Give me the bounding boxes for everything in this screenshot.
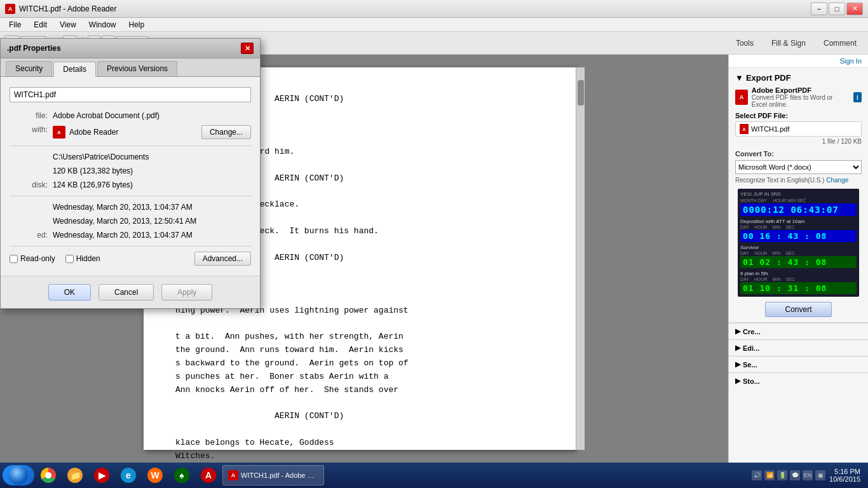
pdf-file-row[interactable]: A WITCH1.pdf xyxy=(735,121,862,137)
readonly-checkbox-item: Read-only xyxy=(10,254,55,263)
dialog-close-button[interactable]: ✕ xyxy=(241,43,254,54)
select-pdf-label: Select PDF File: xyxy=(735,112,862,119)
battery-icon[interactable]: 🔋 xyxy=(777,470,787,480)
menu-file[interactable]: File xyxy=(4,19,26,30)
ok-button[interactable]: OK xyxy=(48,284,91,301)
convert-to-select[interactable]: Microsoft Word (*.docx) xyxy=(735,160,862,174)
prop-value-file: Adobe Acrobat Document (.pdf) xyxy=(53,111,251,120)
prop-row-openswith: with: A Adobe Reader Change... xyxy=(10,125,251,139)
fill-sign-button[interactable]: Fill & Sign xyxy=(765,34,812,52)
language-icon[interactable]: EN xyxy=(803,470,813,480)
winamp-icon: W xyxy=(147,468,163,483)
system-tray: 🔊 📶 🔋 💬 EN ▣ 5:16 PM 10/6/2015 xyxy=(752,468,865,483)
convert-button[interactable]: Convert xyxy=(765,302,831,317)
prop-value-with: A Adobe Reader Change... xyxy=(53,125,251,139)
notification-icon[interactable]: 💬 xyxy=(790,470,800,480)
timer-row4-display: 01 10 : 31 : 08 xyxy=(740,282,857,294)
reader-name: Adobe Reader xyxy=(69,128,118,137)
taskbar-ie[interactable]: e xyxy=(116,465,141,485)
timer-row4-sub: DAYHOURMINSEC xyxy=(740,277,857,281)
tab-previous-versions[interactable]: Previous Versions xyxy=(97,61,177,76)
pdf-file-icon: A xyxy=(740,124,749,134)
prop-row-size: 120 KB (123,382 bytes) xyxy=(10,166,251,175)
timer-row2-sub: DAYHOURMINSEC xyxy=(740,225,857,229)
menu-window[interactable]: Window xyxy=(84,19,121,30)
timer-row3-label: Survivor xyxy=(740,245,857,250)
action-center-icon[interactable]: ▣ xyxy=(815,470,825,480)
export-pdf-title: ▼ Export PDF xyxy=(735,73,862,83)
hidden-label: Hidden xyxy=(76,254,100,263)
prop-row-created: Wednesday, March 20, 2013, 1:04:37 AM xyxy=(10,203,251,212)
taskbar-folder[interactable]: 📁 xyxy=(62,465,88,485)
sign-in-bar[interactable]: Sign In xyxy=(729,55,868,68)
taskbar-acrobat[interactable]: A xyxy=(196,465,221,485)
hidden-checkbox[interactable] xyxy=(65,255,74,263)
adobe-export-icon: A xyxy=(735,90,748,105)
prop-value-modified: Wednesday, March 20, 2013, 12:50:41 AM xyxy=(53,217,251,226)
volume-icon[interactable]: 🔊 xyxy=(752,470,762,480)
dialog-tabs: Security Details Previous Versions xyxy=(1,58,260,77)
send-section[interactable]: ▶ Se... xyxy=(729,356,868,372)
create-label: Cre... xyxy=(743,328,761,336)
tab-security[interactable]: Security xyxy=(6,61,52,76)
app-icon: A xyxy=(5,4,15,14)
taskbar-winamp[interactable]: W xyxy=(142,465,168,485)
start-button[interactable] xyxy=(3,465,34,485)
network-icon[interactable]: 📶 xyxy=(764,470,775,480)
change-button[interactable]: Change... xyxy=(201,125,251,139)
hidden-checkbox-item: Hidden xyxy=(65,254,100,263)
export-desc: Convert PDF files to Word or Excel onlin… xyxy=(752,94,850,108)
properties-dialog: .pdf Properties ✕ Security Details Previ… xyxy=(0,38,261,309)
store-label: Sto... xyxy=(743,377,760,385)
readonly-checkbox[interactable] xyxy=(10,255,18,263)
clock[interactable]: 5:16 PM 10/6/2015 xyxy=(829,468,860,483)
taskbar-media[interactable]: ▶ xyxy=(89,465,114,485)
filename-input[interactable] xyxy=(10,87,251,102)
timer-row4-label: 6 plan in 5th xyxy=(740,271,857,276)
taskbar-solitaire[interactable]: ♠ xyxy=(169,465,194,485)
timer-widget: YES! JUP IN 3RD MONTHDAYHOURMINSEC 0000:… xyxy=(738,189,859,297)
prop-value-location: C:\Users\Patrice\Documents xyxy=(53,152,251,161)
solitaire-icon: ♠ xyxy=(174,468,189,483)
taskbar-pdf-app[interactable]: A WITCH1.pdf - Adobe Reader xyxy=(222,465,324,485)
minimize-button[interactable]: − xyxy=(811,3,827,15)
prop-value-accessed: Wednesday, March 20, 2013, 1:04:37 AM xyxy=(53,231,251,240)
menu-edit[interactable]: Edit xyxy=(29,19,52,30)
right-panel: Sign In ▼ Export PDF A Adobe ExportPDF C… xyxy=(728,55,868,463)
export-expand-icon[interactable]: ▼ xyxy=(735,73,743,83)
prop-value-size: 120 KB (123,382 bytes) xyxy=(53,166,251,175)
prop-row-filetype: file: Adobe Acrobat Document (.pdf) xyxy=(10,111,251,120)
window-title: WITCH1.pdf - Adobe Reader xyxy=(19,4,116,13)
apply-button[interactable]: Apply xyxy=(161,284,212,301)
advanced-button[interactable]: Advanced... xyxy=(194,252,251,266)
send-expand-icon: ▶ xyxy=(735,360,740,369)
menu-help[interactable]: Help xyxy=(124,19,150,30)
timer-row1-label: YES! JUP IN 3RD xyxy=(740,191,857,197)
file-size-info: 1 file / 120 KB xyxy=(735,138,862,145)
taskbar-chrome[interactable] xyxy=(36,465,61,485)
store-section[interactable]: ▶ Sto... xyxy=(729,372,868,389)
pdf-app-label: WITCH1.pdf - Adobe Reader xyxy=(241,471,318,479)
tab-details[interactable]: Details xyxy=(53,62,96,77)
close-button[interactable]: ✕ xyxy=(846,3,863,15)
edit-expand-icon: ▶ xyxy=(735,344,740,352)
timer-row3-sub: DAYHOURMINSEC xyxy=(740,251,857,255)
recognize-change-link[interactable]: Change xyxy=(826,177,848,184)
pdf-scrollbar[interactable] xyxy=(576,67,585,450)
create-section[interactable]: ▶ Cre... xyxy=(729,323,868,339)
store-expand-icon: ▶ xyxy=(735,377,740,385)
prop-row-modified: Wednesday, March 20, 2013, 12:50:41 AM xyxy=(10,217,251,226)
tools-button[interactable]: Tools xyxy=(729,34,760,52)
cancel-button[interactable]: Cancel xyxy=(98,284,154,301)
scrollbar-thumb[interactable] xyxy=(578,80,584,105)
prop-label-file: file: xyxy=(10,111,48,120)
edit-section[interactable]: ▶ Edi... xyxy=(729,339,868,356)
menu-view[interactable]: View xyxy=(55,19,81,30)
comment-panel-button[interactable]: Comment xyxy=(817,34,863,52)
pdf-app-icon: A xyxy=(228,470,238,480)
clock-date: 10/6/2015 xyxy=(829,475,860,483)
toolbar-right: Tools Fill & Sign Comment xyxy=(729,34,863,52)
export-info-icon[interactable]: i xyxy=(853,92,862,102)
ie-icon: e xyxy=(121,468,136,483)
maximize-button[interactable]: □ xyxy=(829,3,845,15)
